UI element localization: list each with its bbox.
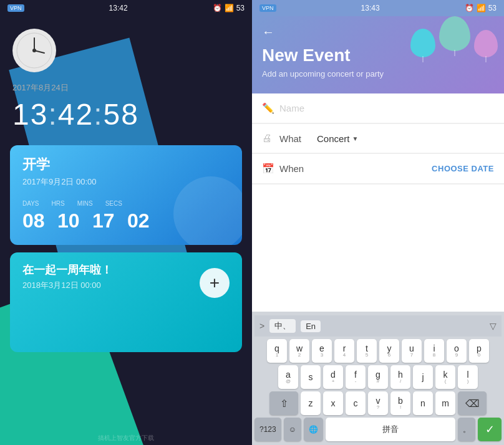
keyboard-section: > 中、 En ▽ q1 w2 e3 r4 t5 y6 u7 i8 o9 p0 … [252,312,504,445]
what-icon: 🖨 [262,133,279,144]
kb-o[interactable]: o9 [447,339,467,363]
kb-period[interactable]: 。 [458,418,475,441]
right-status-icons: ⏰ 📶 53 [213,4,245,12]
calendar-icon: 📅 [262,163,279,175]
event-card-2[interactable]: 在一起一周年啦！ 2018年3月12日 00:00 + [10,252,242,352]
kb-row-2: a@ s d+ f- g# h/ j k( l) [254,365,502,389]
right-panel: VPN 13:43 ⏰ 📶 53 ← New Event Add an upco… [252,0,504,445]
what-value: Concert [317,133,350,144]
kb-v[interactable]: v? [368,391,388,415]
when-label: When [279,163,317,174]
keyboard-top-bar: > 中、 En ▽ [254,315,502,337]
kb-f[interactable]: f- [346,365,366,389]
kb-q[interactable]: q1 [267,339,287,363]
kb-backspace[interactable]: ⌫ [458,391,487,415]
kb-s[interactable]: s [301,365,321,389]
kb-n[interactable]: n [413,391,433,415]
divider-3 [252,184,504,184]
left-panel: VPN 13:42 ⏰ 📶 53 2017年8月24日 13:42:5 [0,0,252,445]
form-row-what[interactable]: 🖨 What Concert ▼ [252,124,504,153]
balloon-2 [439,16,470,51]
dropdown-arrow: ▼ [352,135,359,142]
kb-row-3: ⇧ z x c v? b! n m ⌫ [254,391,502,415]
name-placeholder[interactable]: Name [279,103,494,113]
form-row-name[interactable]: ✏️ Name [252,93,504,123]
wifi-icon-right: 📶 [477,4,486,12]
kb-z[interactable]: z [301,391,321,415]
kb-i[interactable]: i8 [424,339,444,363]
right-status-right: ⏰ 📶 53 [465,4,497,12]
alarm-icon-right: ⏰ [465,4,474,12]
kb-a[interactable]: a@ [278,365,298,389]
add-button[interactable]: + [200,268,230,298]
form-row-when[interactable]: 📅 When CHOOSE DATE [252,154,504,184]
kb-t[interactable]: t5 [357,339,377,363]
kb-num[interactable]: ?123 [254,418,281,441]
keyboard-chevron[interactable]: > [259,321,264,331]
kb-p[interactable]: p0 [469,339,489,363]
balloon-1 [410,29,435,57]
kb-bottom-row: ?123 ☺ 🌐 拼音 。 ✓ [254,418,502,441]
clock-circle [12,29,56,72]
left-time: 13:42 [109,4,128,12]
kb-g[interactable]: g# [368,365,388,389]
right-vpn-badge: VPN [259,4,276,12]
status-left-icons: VPN [7,4,24,12]
kb-l[interactable]: l) [458,365,478,389]
kb-shift[interactable]: ⇧ [269,391,298,415]
status-bar-left: VPN 13:42 ⏰ 📶 53 [0,0,252,16]
status-bar-right: VPN 13:43 ⏰ 📶 53 [252,0,504,16]
svg-point-3 [32,49,36,52]
kb-globe[interactable]: 🌐 [304,418,323,441]
kb-d[interactable]: d+ [323,365,343,389]
kb-r[interactable]: r4 [334,339,354,363]
kb-m[interactable]: m [435,391,455,415]
event2-text: 在一起一周年啦！ 2018年3月12日 00:00 [22,262,112,304]
kb-row-1: q1 w2 e3 r4 t5 y6 u7 i8 o9 p0 [254,339,502,363]
event2-title: 在一起一周年啦！ [22,262,112,277]
what-dropdown[interactable]: Concert ▼ [317,133,358,144]
kb-w[interactable]: w2 [289,339,309,363]
battery-right: 53 [488,4,497,12]
hero-balloons [410,16,498,57]
clock-widget: 2017年8月24日 13:42:58 [0,16,252,138]
kb-e[interactable]: e3 [312,339,332,363]
right-time: 13:43 [361,4,380,12]
balloon-3 [474,30,498,57]
kb-h[interactable]: h/ [390,365,410,389]
back-button[interactable]: ← [262,25,274,39]
kb-x[interactable]: x [323,391,343,415]
wifi-icon: 📶 [225,4,234,12]
kb-y[interactable]: y6 [379,339,399,363]
edit-icon: ✏️ [262,102,279,114]
kb-u[interactable]: u7 [402,339,422,363]
mode-en[interactable]: En [301,320,321,332]
kb-j[interactable]: j [413,365,433,389]
vpn-badge: VPN [7,4,24,12]
event2-date: 2018年3月12日 00:00 [22,280,112,291]
right-status-left: VPN [259,4,276,12]
mode-cn[interactable]: 中、 [269,319,296,333]
kb-k[interactable]: k( [435,365,455,389]
event-card-1[interactable]: 开学 2017年9月2日 00:00 DAYS HRS MINS SECS 08… [10,145,242,245]
choose-date-button[interactable]: CHOOSE DATE [432,164,494,173]
event1-title: 开学 [22,155,230,174]
hero-subtitle: Add an upcoming concert or party [262,69,494,79]
kb-b[interactable]: b! [390,391,410,415]
form-section: ✏️ Name 🖨 What Concert ▼ 📅 When CHOOSE D… [252,93,504,312]
event2-content: 在一起一周年啦！ 2018年3月12日 00:00 + [22,262,230,304]
clock-date: 2017年8月24日 [12,82,69,93]
battery-left: 53 [236,4,245,12]
kb-return[interactable]: ✓ [478,418,502,441]
what-label: What [279,133,317,144]
clock-time: 13:42:58 [12,97,139,132]
kb-space[interactable]: 拼音 [326,418,455,441]
hero-section: ← New Event Add an upcoming concert or p… [252,16,504,93]
alarm-icon: ⏰ [213,4,222,12]
keyboard-down[interactable]: ▽ [490,321,497,331]
kb-emoji[interactable]: ☺ [284,418,301,441]
clock-face [16,32,53,69]
kb-c[interactable]: c [346,391,366,415]
watermark: 搞机上智友官方下载 [98,434,154,443]
